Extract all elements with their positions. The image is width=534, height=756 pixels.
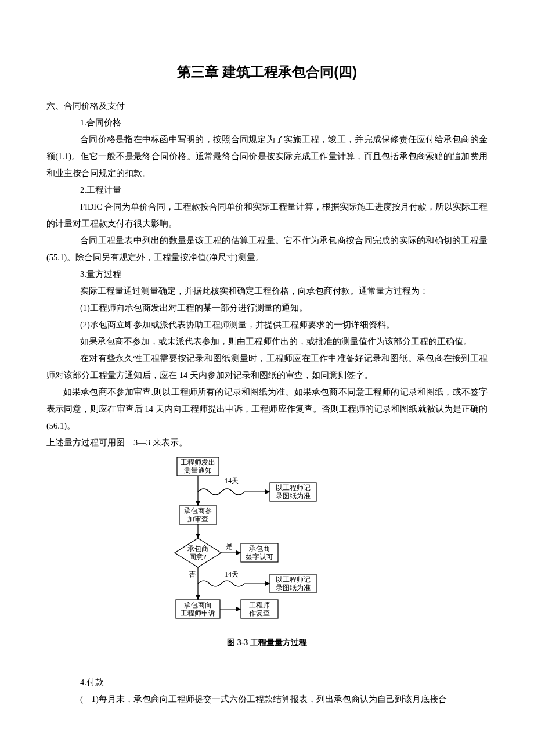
svg-text:加审查: 加审查 (187, 515, 208, 523)
svg-text:工程师申诉: 工程师申诉 (181, 609, 215, 617)
svg-text:工程师发出: 工程师发出 (181, 458, 215, 466)
svg-marker-5 (265, 489, 270, 494)
sub-heading-3: 3.量方过程 (46, 266, 488, 283)
sub-heading-4: 4.付款 (46, 674, 488, 691)
sub-heading-1: 1.合同价格 (46, 114, 488, 131)
svg-text:签字认可: 签字认可 (246, 553, 273, 561)
svg-text:承包商: 承包商 (249, 545, 270, 553)
svg-text:承包商参: 承包商参 (184, 507, 212, 515)
paragraph: 如果承包商不参加审查.则以工程师所有的记录和图纸为准。如果承包商不同意工程师的记… (46, 384, 488, 434)
document-page: 第三章 建筑工程承包合同(四) 六、合同价格及支付 1.合同价格 合同价格是指在… (0, 0, 534, 743)
svg-text:是: 是 (226, 542, 233, 550)
paragraph: 在对有些永久性工程需要按记录和图纸测量时，工程师应在工作中准备好记录和图纸。承包… (46, 350, 488, 384)
sub-heading-2: 2.工程计量 (46, 182, 488, 199)
paragraph: ( 1)每月末，承包商向工程师提交一式六份工程款结算报表，列出承包商认为自己到该… (46, 691, 488, 708)
svg-marker-10 (196, 501, 200, 506)
list-item: (2)承包商立即参加或派代表协助工程师测量，并提供工程师要求的一切详细资料。 (46, 316, 488, 333)
paragraph: 实际工程量通过测量确定，并据此核实和确定工程价格，向承包商付款。通常量方过程为： (46, 283, 488, 300)
svg-text:14天: 14天 (225, 570, 239, 578)
svg-marker-20 (236, 550, 241, 555)
flowchart-svg: 工程师发出 测量通知 14天 以工程师记 录图纸为准 承包商参 加审查 (171, 457, 363, 631)
figure-caption: 图 3-3 工程量量方过程 (46, 635, 488, 651)
list-item: (1)工程师向承包商发出对工程的某一部分进行测量的通知。 (46, 300, 488, 316)
svg-text:以工程师记: 以工程师记 (276, 484, 311, 492)
flowchart-figure: 工程师发出 测量通知 14天 以工程师记 录图纸为准 承包商参 加审查 (46, 457, 488, 631)
svg-text:承包商: 承包商 (187, 545, 208, 553)
svg-marker-33 (196, 595, 200, 600)
svg-text:作复查: 作复查 (248, 609, 270, 617)
svg-text:工程师: 工程师 (249, 601, 270, 609)
svg-marker-38 (236, 607, 241, 611)
chapter-title: 第三章 建筑工程承包合同(四) (46, 58, 488, 86)
paragraph: 如果承包商不参加，或未派代表参加，则由工程师作出的，或批准的测量值作为该部分工程… (46, 333, 488, 350)
paragraph: 上述量方过程可用图 3—3 来表示。 (46, 434, 488, 451)
svg-marker-28 (265, 581, 270, 586)
svg-text:同意?: 同意? (189, 553, 206, 561)
svg-text:14天: 14天 (225, 477, 239, 485)
svg-text:以工程师记: 以工程师记 (276, 575, 311, 584)
svg-text:测量通知: 测量通知 (184, 466, 212, 474)
svg-text:录图纸为准: 录图纸为准 (276, 492, 311, 500)
paragraph: 合同价格是指在中标函中写明的，按照合同规定为了实施工程，竣工，并完成保修责任应付… (46, 131, 488, 182)
svg-text:录图纸为准: 录图纸为准 (276, 584, 311, 592)
svg-marker-15 (196, 534, 200, 538)
paragraph: 合同工程量表中列出的数量是该工程的估算工程量。它不作为承包商按合同完成的实际的和… (46, 232, 488, 266)
paragraph: FIDIC 合同为单价合同，工程款按合同单价和实际工程量计算，根据实际施工进度按… (46, 199, 488, 232)
svg-text:否: 否 (189, 570, 196, 578)
svg-text:承包商向: 承包商向 (184, 601, 212, 609)
section-heading: 六、合同价格及支付 (46, 98, 488, 114)
